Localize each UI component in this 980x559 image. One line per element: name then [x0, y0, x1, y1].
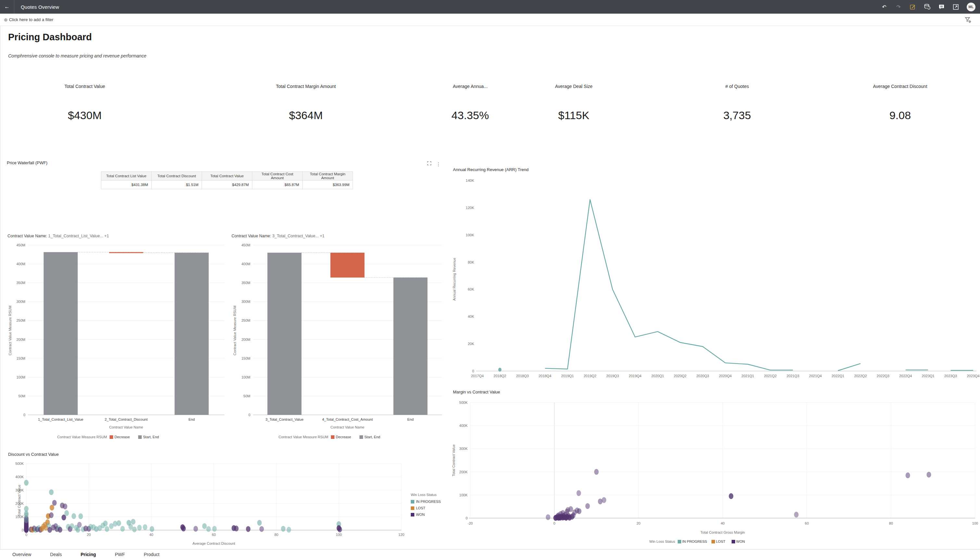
- dashboard-canvas: Pricing Dashboard Comphrensive console t…: [0, 26, 980, 549]
- arr-trend-chart[interactable]: Annual Recurring Revenue (ARR) Trend 020…: [452, 167, 980, 388]
- kebab-menu-icon[interactable]: ⋮: [436, 162, 441, 167]
- comment-icon[interactable]: [938, 3, 945, 10]
- pwf-widget-title: Price Waterfall (PWF): [7, 160, 47, 165]
- svg-text:2021Q3: 2021Q3: [786, 374, 799, 378]
- svg-text:350M: 350M: [16, 281, 25, 285]
- svg-text:Decrease: Decrease: [336, 435, 351, 439]
- svg-text:Contract Value Measure RSUM: Contract Value Measure RSUM: [233, 306, 237, 355]
- svg-text:Contract Value Name: Contract Value Name: [331, 425, 364, 429]
- svg-text:2023Q3: 2023Q3: [944, 374, 957, 378]
- header-actions: ↶ ↷ ML: [881, 0, 975, 14]
- back-arrow-icon: ←: [4, 3, 10, 10]
- svg-text:0: 0: [248, 413, 250, 417]
- pwf-col-header: Total Contract Margin Amount: [303, 172, 353, 180]
- svg-text:350M: 350M: [241, 281, 250, 285]
- svg-text:20: 20: [636, 521, 641, 525]
- svg-text:400K: 400K: [459, 423, 468, 428]
- svg-text:400M: 400M: [241, 262, 250, 266]
- svg-text:20K: 20K: [468, 342, 474, 346]
- filter-settings-icon[interactable]: [964, 16, 972, 25]
- svg-text:End: End: [407, 417, 414, 421]
- svg-text:2022Q1: 2022Q1: [832, 374, 844, 378]
- expand-icon[interactable]: [427, 161, 432, 167]
- svg-text:60K: 60K: [468, 287, 474, 291]
- kpi-average-deal-size[interactable]: Average Deal Size $115K: [515, 84, 632, 122]
- svg-text:1_Total_Contract_List_Value: 1_Total_Contract_List_Value: [38, 417, 83, 421]
- pwf-col-header: Total Contract List Value: [101, 172, 152, 180]
- svg-text:Average Contract Discount: Average Contract Discount: [192, 541, 235, 545]
- waterfall-chart-contract-cost[interactable]: Contract Value Name: 3_Total_Contract_Va…: [231, 233, 447, 449]
- svg-text:150M: 150M: [241, 356, 250, 361]
- redo-icon[interactable]: ↷: [895, 3, 902, 10]
- table-row[interactable]: $431.38M $1.51M $429.87M $65.87M $363.99…: [101, 180, 353, 189]
- svg-text:50M: 50M: [243, 394, 250, 398]
- chart-subtitle: Contract Value Name: 1_Total_Contract_Li…: [7, 234, 109, 238]
- svg-text:2021Q2: 2021Q2: [764, 374, 777, 378]
- dataset-refresh-icon[interactable]: [924, 3, 930, 10]
- svg-text:40K: 40K: [468, 314, 474, 318]
- discount-vs-contract-value-chart[interactable]: Discount vs Contract Value 0204060801001…: [7, 452, 453, 551]
- margin-vs-contract-value-chart[interactable]: Margin vs Contract Value -20020406080100…: [452, 390, 980, 547]
- kpi-total-contract-margin[interactable]: Total Contract Margin Amount $364M: [247, 84, 364, 122]
- svg-text:400K: 400K: [15, 475, 24, 479]
- svg-text:500K: 500K: [459, 400, 468, 405]
- arr-svg: 020K40K60K80K100K120K140K2017Q42018Q2201…: [452, 167, 980, 388]
- svg-text:450M: 450M: [16, 243, 25, 247]
- back-button[interactable]: ←: [0, 0, 14, 14]
- add-filter-button[interactable]: ⊕ Click here to add a filter: [4, 17, 53, 22]
- svg-text:WON: WON: [416, 513, 425, 516]
- svg-text:200K: 200K: [459, 470, 468, 474]
- svg-text:2022Q4: 2022Q4: [899, 374, 912, 378]
- svg-text:2020Q2: 2020Q2: [674, 374, 687, 378]
- undo-icon[interactable]: ↶: [881, 3, 887, 10]
- svg-text:40: 40: [720, 521, 725, 525]
- svg-text:50M: 50M: [18, 394, 25, 398]
- svg-text:-20: -20: [468, 521, 473, 525]
- svg-text:2018Q4: 2018Q4: [539, 374, 551, 378]
- svg-text:2018Q3: 2018Q3: [516, 374, 529, 378]
- waterfall-bars: [268, 253, 428, 415]
- kpi-average-contract-discount[interactable]: Average Contract Discount 9.08: [842, 84, 958, 122]
- waterfall-chart-contract-list-value[interactable]: Contract Value Name: 1_Total_Contract_Li…: [7, 233, 231, 449]
- svg-text:2021Q1: 2021Q1: [741, 374, 754, 378]
- kpi-number-of-quotes[interactable]: # of Quotes 3,735: [679, 84, 796, 122]
- svg-text:0: 0: [553, 521, 555, 525]
- svg-text:60: 60: [805, 521, 809, 525]
- kpi-average-annual[interactable]: Average Annua... 43.35%: [412, 84, 529, 122]
- tab-pricing[interactable]: Pricing: [81, 552, 96, 557]
- svg-text:Win Loss Status: Win Loss Status: [649, 539, 675, 543]
- tab-deals[interactable]: Deals: [50, 552, 62, 557]
- pwf-cell: $429.87M: [202, 180, 252, 189]
- svg-text:450M: 450M: [241, 243, 250, 247]
- svg-text:120K: 120K: [466, 206, 474, 210]
- svg-text:Start, End: Start, End: [364, 435, 380, 439]
- svg-text:200M: 200M: [16, 337, 25, 341]
- svg-text:0: 0: [25, 533, 27, 537]
- svg-text:2_Total_Contract_Discount: 2_Total_Contract_Discount: [104, 417, 147, 421]
- pwf-table[interactable]: Total Contract List Value Total Contract…: [101, 171, 353, 189]
- tab-pwf[interactable]: PWF: [115, 552, 125, 557]
- waterfall1-svg: 050M100M150M200M250M300M350M400M450M1_To…: [7, 233, 231, 449]
- svg-text:2021Q4: 2021Q4: [809, 374, 822, 378]
- svg-text:IN PROGRESS: IN PROGRESS: [682, 539, 707, 543]
- svg-text:80K: 80K: [468, 260, 474, 264]
- tab-product[interactable]: Product: [144, 552, 159, 557]
- user-avatar[interactable]: ML: [967, 3, 975, 12]
- page-tab-bar: Overview Deals Pricing PWF Product: [0, 549, 980, 559]
- svg-text:2019Q3: 2019Q3: [606, 374, 619, 378]
- open-in-new-icon[interactable]: [952, 3, 959, 10]
- svg-text:400M: 400M: [16, 262, 25, 266]
- tab-overview[interactable]: Overview: [12, 552, 31, 557]
- svg-text:Start, End: Start, End: [143, 435, 159, 439]
- svg-text:2019Q4: 2019Q4: [629, 374, 641, 378]
- top-header-bar: ← Quotes Overview ↶ ↷ ML: [0, 0, 980, 14]
- waterfall-bars: [43, 252, 209, 415]
- svg-text:2019Q1: 2019Q1: [561, 374, 574, 378]
- svg-text:0: 0: [472, 369, 474, 373]
- chart-title: Discount vs Contract Value: [8, 452, 59, 457]
- svg-text:80: 80: [275, 533, 278, 537]
- edit-icon[interactable]: [910, 3, 916, 10]
- pwf-col-header: Total Contract Discount: [152, 172, 202, 180]
- svg-text:60: 60: [212, 533, 215, 537]
- kpi-total-contract-value[interactable]: Total Contract Value $430M: [26, 84, 143, 122]
